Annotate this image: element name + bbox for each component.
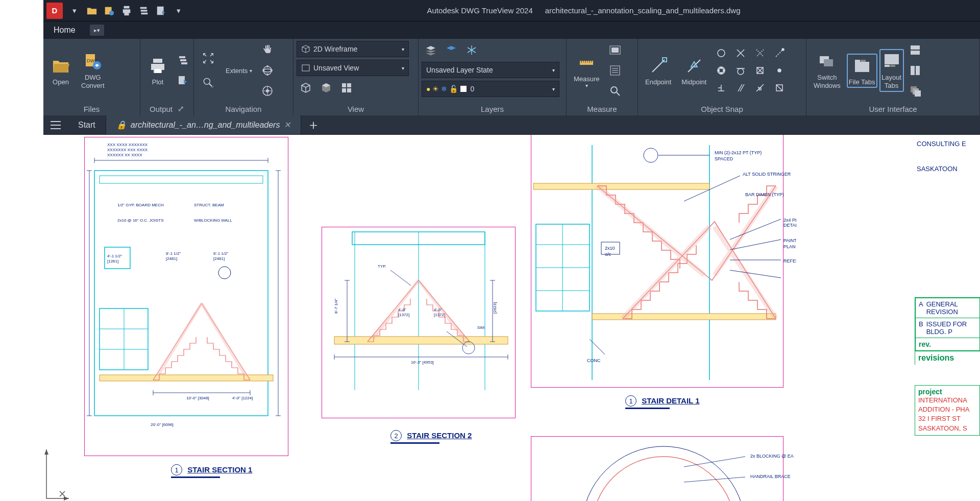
svg-point-33	[778, 69, 781, 72]
zoom-window-icon[interactable]	[197, 71, 219, 94]
svg-text:[2481]: [2481]	[166, 256, 177, 261]
snap-perpendicular-icon[interactable]	[713, 80, 730, 96]
dwg-convert-button[interactable]: DWG DWG Convert	[77, 49, 109, 91]
snap-node-icon[interactable]	[771, 63, 788, 78]
svg-text:XXX XXXX XXXXXXX: XXX XXXX XXXXXXX	[107, 142, 148, 147]
ribbon: Open DWG DWG Convert Files Plot	[43, 39, 980, 115]
layer-off-icon[interactable]	[422, 41, 440, 59]
panel-ui-title: User Interface	[806, 102, 979, 115]
svg-rect-37	[855, 62, 869, 72]
open-icon[interactable]	[83, 2, 101, 19]
svg-rect-21	[347, 88, 351, 92]
svg-text:XXXXXX XX XXXX: XXXXXX XX XXXX	[107, 153, 142, 157]
svg-text:1/2" GYP. BOARD MECH: 1/2" GYP. BOARD MECH	[117, 203, 164, 207]
svg-point-13	[266, 65, 268, 67]
snap-quadrant-icon[interactable]	[713, 63, 730, 78]
pan-icon[interactable]	[258, 41, 277, 59]
distance-icon[interactable]	[606, 41, 624, 59]
file-tabs-toggle[interactable]: File Tabs	[847, 54, 877, 88]
svg-text:8'-1 1/2": 8'-1 1/2"	[166, 251, 181, 256]
dwg-convert-label: DWG Convert	[81, 74, 105, 89]
panel-user-interface: Switch Windows File Tabs Layout Tabs Use…	[806, 39, 980, 115]
switch-windows-button[interactable]: Switch Windows	[810, 49, 845, 91]
cascade-icon[interactable]	[906, 82, 924, 100]
tab-home[interactable]: Home	[43, 21, 86, 39]
plot-button[interactable]: Plot	[143, 54, 172, 88]
svg-text:4'-6": 4'-6"	[398, 307, 406, 312]
panel-view-title: View	[293, 102, 418, 115]
id-point-icon[interactable]	[606, 82, 624, 100]
orbit-icon[interactable]	[258, 61, 277, 80]
dwg-convert-icon[interactable]	[101, 2, 118, 19]
svg-text:2x BLOCKING @ EA: 2x BLOCKING @ EA	[750, 454, 794, 459]
tb-rev-b: ISSUED FOR BLDG. P	[926, 320, 976, 336]
named-view-dropdown[interactable]: Unsaved View ▾	[297, 60, 409, 76]
steering-wheel-icon[interactable]	[258, 82, 277, 100]
svg-point-12	[271, 69, 273, 71]
snap-tangent-icon[interactable]	[732, 63, 749, 78]
drawing-canvas[interactable]: XXX XXXX XXXXXXX XXXXXXX XXX XXXX XXXXXX…	[43, 135, 980, 501]
layer-state-dropdown[interactable]: Unsaved Layer State ▾	[422, 62, 559, 78]
snap-parallel-icon[interactable]	[732, 80, 749, 96]
export-icon[interactable]	[153, 2, 170, 19]
view-manager-icon[interactable]	[337, 79, 356, 97]
snap-insert-icon[interactable]	[751, 63, 769, 78]
open-button[interactable]: Open	[46, 54, 75, 88]
doc-tab-start[interactable]: Start	[68, 115, 106, 134]
layout-tabs-label: Layout Tabs	[881, 74, 901, 89]
svg-rect-6	[155, 69, 161, 73]
batch-plot-icon[interactable]	[135, 2, 153, 19]
doc-tab-current[interactable]: 🔒 architectural_-_an…ng_and_multileaders…	[106, 115, 302, 134]
snap-center-icon[interactable]	[713, 45, 730, 61]
snap-apparent-icon[interactable]	[751, 45, 769, 61]
svg-text:PAINTED METAL JOISTED: PAINTED METAL JOISTED	[783, 238, 796, 243]
visual-style-dropdown[interactable]: 2D Wireframe ▾	[297, 41, 409, 57]
svg-text:2x4 PLYWOOD 6/12": 2x4 PLYWOOD 6/12"	[783, 218, 796, 223]
svg-point-8	[204, 78, 210, 84]
drawing-partial-bottom: 2x BLOCKING @ EA HANDRAIL BRACE	[531, 436, 796, 501]
app-menu-caret[interactable]: ▾	[66, 2, 83, 19]
svg-text:4'-1 1/2": 4'-1 1/2"	[107, 254, 122, 258]
layout-tabs-toggle[interactable]: Layout Tabs	[879, 49, 904, 91]
svg-text:REFER TO STRUCT DWGS: REFER TO STRUCT DWGS	[783, 258, 796, 264]
view-box-icon[interactable]	[297, 79, 315, 97]
layer-freeze-icon[interactable]	[462, 41, 481, 59]
layer-current-dropdown[interactable]: ● ☀ ❄ 🔓 0 ▾	[422, 81, 559, 97]
export-button[interactable]	[174, 71, 192, 90]
measure-button[interactable]: Measure ▾	[570, 51, 604, 90]
svg-point-1	[109, 11, 114, 15]
snap-extension-icon[interactable]	[771, 45, 788, 61]
endpoint-button[interactable]: Endpoint	[641, 54, 675, 88]
svg-rect-24	[611, 47, 619, 53]
tab-addins-icon[interactable]: ▸▾	[90, 25, 104, 36]
extents-button[interactable]: Extents ▾	[222, 65, 256, 77]
svg-rect-19	[347, 83, 351, 87]
print-icon[interactable]	[118, 2, 135, 19]
snap-nearest-icon[interactable]	[751, 80, 769, 96]
add-tab-button[interactable]: ＋	[301, 116, 326, 134]
snap-none-icon[interactable]	[771, 80, 788, 96]
qat-customize-caret[interactable]: ▾	[170, 2, 187, 19]
app-logo[interactable]: D	[46, 3, 63, 19]
list-icon[interactable]	[606, 61, 624, 80]
close-icon[interactable]: ✕	[284, 120, 290, 130]
view-back-icon[interactable]	[317, 79, 335, 97]
zoom-extents-icon[interactable]	[197, 47, 219, 69]
snap-intersection-icon[interactable]	[732, 45, 749, 61]
drawing-stair-detail-1: MIN (2)-2x12 PT (TYP) SPACED ALT SOLID S…	[531, 135, 796, 390]
title-bar: D ▾ ▾ Autodesk DWG TrueView 2024 archite…	[43, 0, 980, 21]
titleblock: CONSULTING E SASKATOON AGENERAL REVISION…	[915, 135, 980, 501]
svg-rect-36	[824, 59, 833, 66]
midpoint-button[interactable]: Midpoint	[677, 54, 710, 88]
svg-text:8'-7 1/4": 8'-7 1/4"	[334, 299, 338, 314]
open-label: Open	[53, 78, 69, 86]
svg-text:[1372]: [1372]	[398, 313, 409, 317]
svg-rect-45	[911, 66, 915, 75]
tile-vertical-icon[interactable]	[906, 61, 924, 80]
layer-isolate-icon[interactable]	[442, 41, 460, 59]
measure-label: Measure	[574, 75, 600, 83]
tile-horizontal-icon[interactable]	[906, 41, 924, 59]
batch-plot-button[interactable]	[174, 51, 192, 69]
hamburger-icon[interactable]	[43, 120, 68, 130]
svg-text:BAR DIMEN (TYP): BAR DIMEN (TYP)	[745, 192, 784, 197]
